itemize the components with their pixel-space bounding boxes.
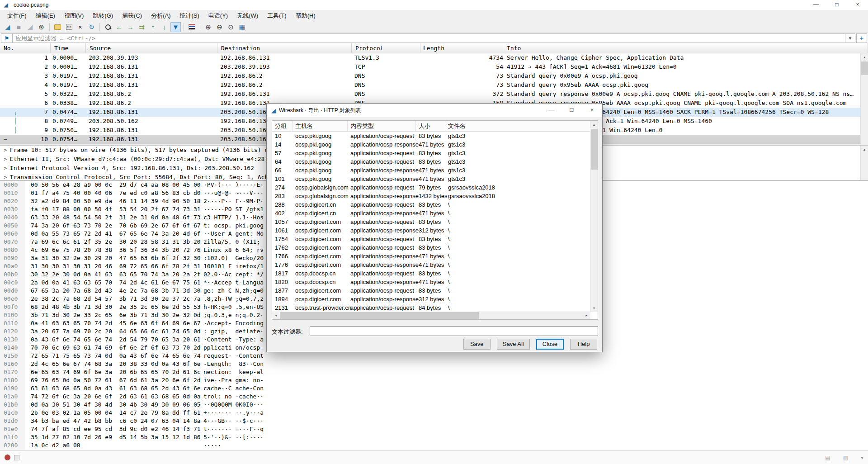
dialog-column-header-4[interactable]: 文件名 [445, 121, 598, 131]
http-object-row[interactable]: 274ocsp.globalsign.comapplication/ocsp-r… [272, 183, 590, 192]
text-filter-input[interactable] [310, 326, 598, 336]
dialog-column-header-1[interactable]: 主机名 [292, 121, 348, 131]
http-object-row[interactable]: 283ocsp.globalsign.comapplication/ocsp-r… [272, 192, 590, 200]
menu-item-y[interactable]: 电话(Y) [204, 10, 232, 21]
hex-dump-row[interactable]: 01d034 b3 ba ed 47 42 b8 bb c6 c0 24 07 … [0, 417, 868, 425]
close-file-icon[interactable]: × [75, 22, 85, 32]
menu-item-a[interactable]: 分析(A) [146, 10, 175, 21]
dialog-scroll-thumb[interactable] [591, 129, 598, 170]
status-right-icon-1[interactable]: ▤ [825, 455, 830, 461]
scroll-left-icon[interactable]: ◄ [272, 312, 280, 319]
restart-capture-icon[interactable]: ◢ [25, 22, 35, 32]
stop-capture-icon[interactable]: ■ [14, 22, 24, 32]
expert-info-icon[interactable] [5, 455, 10, 460]
capture-comment-icon[interactable] [14, 455, 19, 460]
http-object-row[interactable]: 1820ocsp.dcocsp.cnapplication/ocsp-respo… [272, 278, 590, 286]
dialog-maximize-button[interactable]: □ [561, 104, 582, 117]
column-header-source[interactable]: Source [86, 43, 217, 53]
column-header-protocol[interactable]: Protocol [352, 43, 420, 53]
menu-item-w[interactable]: 无线(W) [232, 10, 263, 21]
status-right-icon-2[interactable]: ▥ [843, 455, 848, 461]
hex-dump-row[interactable]: 01c02b 0e 03 02 1a 05 00 04 14 c7 2e 79 … [0, 409, 868, 417]
scroll-down-icon[interactable]: ▼ [590, 304, 598, 312]
colorize-icon[interactable] [187, 22, 197, 32]
http-object-row[interactable]: 1877ocsp.digicert.comapplication/ocsp-re… [272, 286, 590, 295]
packet-row[interactable]: 20.0001…192.168.86.131203.208.39.193TCP5… [0, 62, 868, 71]
dialog-minimize-button[interactable]: — [541, 104, 561, 117]
dialog-table-hscrollbar[interactable]: ◄ ► [272, 312, 590, 319]
zoom-reset-icon[interactable]: ⊙ [226, 22, 236, 32]
packet-list-scrollbar[interactable]: ▲ [860, 53, 868, 144]
packet-row[interactable]: 50.0322…192.168.86.2192.168.86.131DNS372… [0, 90, 868, 99]
http-object-row[interactable]: 1754ocsp.digicert.comapplication/ocsp-re… [272, 235, 590, 243]
hex-dump-row[interactable]: 01602d 4c 65 6e 67 74 68 3a 20 38 33 0d … [0, 360, 868, 368]
resize-columns-icon[interactable]: ▦ [237, 22, 247, 32]
expand-twisty-icon[interactable]: > [0, 165, 10, 171]
hex-dump-row[interactable]: 018069 76 65 0d 0a 50 72 61 67 6d 61 3a … [0, 376, 868, 384]
http-object-row[interactable]: 1766ocsp.digicert.comapplication/ocsp-re… [272, 252, 590, 260]
save-all-button[interactable]: Save All [497, 339, 530, 350]
dialog-column-header-0[interactable]: 分组^ [272, 121, 292, 131]
column-header-length[interactable]: Length [420, 43, 503, 53]
column-header-no[interactable]: No. [0, 43, 51, 53]
filter-add-button[interactable]: + [856, 33, 867, 43]
menu-item-e[interactable]: 编辑(E) [31, 10, 60, 21]
save-button[interactable]: Save [463, 339, 491, 350]
http-object-row[interactable]: 101ocsp.pki.googapplication/ocsp-respons… [272, 175, 590, 183]
menu-item-g[interactable]: 跳转(G) [88, 10, 118, 21]
column-header-destination[interactable]: Destination [217, 43, 352, 53]
http-object-row[interactable]: 66ocsp.pki.googapplication/ocsp-response… [272, 166, 590, 175]
zoom-in-icon[interactable]: ⊕ [203, 22, 213, 32]
dialog-column-header-2[interactable]: 内容类型 [348, 121, 416, 131]
hex-dump-row[interactable]: 01b00d 0a 30 51 30 4f 30 4d 30 4b 30 49 … [0, 401, 868, 409]
scroll-up-icon[interactable]: ▲ [590, 121, 598, 128]
scroll-up-icon[interactable]: ▲ [861, 146, 868, 153]
packet-list-scroll-thumb[interactable] [861, 62, 868, 75]
hex-dump-row[interactable]: 01706e 65 63 74 69 6f 6e 3a 20 6b 65 65 … [0, 368, 868, 376]
http-object-row[interactable]: 57ocsp.pki.googapplication/ocsp-request8… [272, 149, 590, 157]
scroll-right-icon[interactable]: ► [583, 312, 590, 319]
capture-options-icon[interactable]: ⊛ [36, 22, 47, 32]
http-object-row[interactable]: 402ocsp.digicert.cnapplication/ocsp-resp… [272, 209, 590, 218]
go-back-icon[interactable]: ← [114, 22, 124, 32]
go-bottom-icon[interactable]: ↓ [159, 22, 170, 32]
hex-dump-row[interactable]: 01e074 7f af 85 cd ee 95 cd 3d 9c d0 e2 … [0, 425, 868, 433]
go-forward-icon[interactable]: → [125, 22, 136, 32]
http-object-row[interactable]: 1776ocsp.digicert.comapplication/ocsp-re… [272, 260, 590, 269]
menu-item-h[interactable]: 帮助(H) [291, 10, 320, 21]
find-packet-icon[interactable] [103, 22, 113, 32]
hex-dump-row[interactable]: 01a074 72 6f 6c 3a 20 6e 6f 2d 63 61 63 … [0, 393, 868, 401]
http-object-row[interactable]: 1061ocsp.digicert.comapplication/ocsp-re… [272, 226, 590, 235]
expand-twisty-icon[interactable]: > [0, 156, 10, 162]
http-object-row[interactable]: 10ocsp.pki.googapplication/ocsp-request8… [272, 132, 590, 140]
help-button[interactable]: Help [570, 339, 597, 350]
go-to-packet-icon[interactable]: ⇉ [137, 22, 147, 32]
expand-twisty-icon[interactable]: > [0, 147, 10, 153]
maximize-button[interactable]: □ [826, 0, 847, 10]
hex-dump-row[interactable]: 01f035 1d 27 02 10 7d 26 e9 d5 14 5b 3a … [0, 433, 868, 441]
packet-row[interactable]: 10.0000…203.208.39.193192.168.86.131TLSv… [0, 53, 868, 62]
dialog-table-scrollbar[interactable]: ▲ ▼ [590, 121, 598, 312]
http-object-row[interactable]: 288ocsp.digicert.cnapplication/ocsp-requ… [272, 200, 590, 209]
details-scrollbar[interactable]: ▲ [860, 146, 868, 180]
hex-dump-row[interactable]: 015072 65 71 75 65 73 74 0d 0a 43 6f 6e … [0, 352, 868, 360]
close-button[interactable]: × [847, 0, 868, 10]
hex-dump-row[interactable]: 019063 61 63 68 65 0d 0a 43 61 63 68 65 … [0, 384, 868, 393]
http-object-row[interactable]: 1057ocsp.digicert.comapplication/ocsp-re… [272, 218, 590, 226]
scroll-up-icon[interactable]: ▲ [861, 53, 868, 61]
display-filter-input[interactable] [13, 33, 845, 43]
save-file-icon[interactable]: 010 [64, 22, 74, 32]
http-object-row[interactable]: 64ocsp.pki.googapplication/ocsp-request8… [272, 157, 590, 166]
menu-item-v[interactable]: 视图(V) [60, 10, 88, 21]
menu-item-c[interactable]: 捕获(C) [118, 10, 146, 21]
packet-row[interactable]: 40.0197…192.168.86.131192.168.86.2DNS73S… [0, 80, 868, 90]
expand-twisty-icon[interactable]: > [0, 174, 10, 180]
http-object-row[interactable]: 1817ocsp.dcocsp.cnapplication/ocsp-reque… [272, 269, 590, 278]
dialog-hscroll-thumb[interactable] [280, 312, 479, 319]
filter-dropdown-icon[interactable]: ▼ [845, 33, 855, 43]
hex-dump-row[interactable]: 02001a 0c d2 a6 08····· [0, 441, 868, 450]
dialog-column-header-3[interactable]: 大小 [416, 121, 445, 131]
start-capture-icon[interactable]: ◢ [2, 22, 13, 32]
http-object-row[interactable]: 14ocsp.pki.googapplication/ocsp-response… [272, 140, 590, 149]
http-object-row[interactable]: 1762ocsp.digicert.comapplication/ocsp-re… [272, 243, 590, 252]
